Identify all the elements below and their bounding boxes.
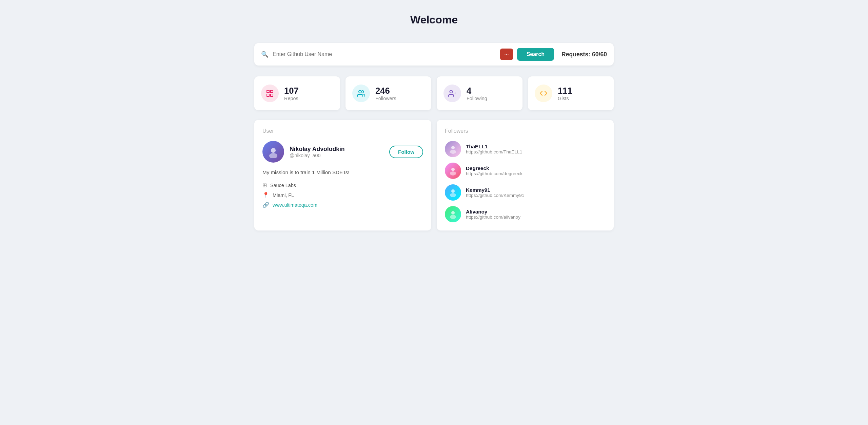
follower-avatar-3	[445, 206, 461, 222]
follower-url-3: https://github.com/alivanoy	[466, 215, 520, 220]
user-header: Nikolay Advolodkin @nikolay_a00 Follow	[262, 141, 423, 163]
gists-label: Gists	[558, 96, 572, 101]
stat-card-following: 4 Following	[437, 76, 522, 110]
following-count: 4	[467, 86, 487, 96]
svg-point-12	[451, 168, 455, 171]
company-icon: ⊞	[262, 182, 267, 188]
svg-rect-2	[271, 94, 273, 96]
stats-row: 107 Repos 246 Followers	[254, 76, 614, 110]
list-item: Alivanoy https://github.com/alivanoy	[445, 206, 606, 222]
svg-point-5	[450, 90, 453, 93]
link-icon: 🔗	[262, 202, 269, 208]
follower-name-2: Kemmy91	[466, 187, 524, 193]
follower-list: ThaELL1 https://github.com/ThaELL1 Degre…	[445, 141, 606, 222]
dots-button[interactable]: ···	[500, 49, 513, 60]
repos-icon	[261, 85, 279, 102]
svg-point-15	[450, 193, 456, 197]
follower-avatar-2	[445, 184, 461, 201]
following-icon	[443, 85, 461, 102]
user-company: ⊞ Sauce Labs	[262, 182, 423, 188]
user-website: 🔗 www.ultimateqa.com	[262, 202, 423, 208]
bottom-row: User Nikolay Advolodkin @nikolay_a00 Fol…	[254, 120, 614, 230]
svg-point-9	[269, 153, 277, 158]
follower-name-1: Degreeck	[466, 165, 522, 171]
followers-count: 246	[375, 86, 396, 96]
svg-rect-3	[267, 94, 269, 96]
follower-name-0: ThaELL1	[466, 144, 522, 149]
follow-button[interactable]: Follow	[389, 146, 423, 158]
list-item: Degreeck https://github.com/degreeck	[445, 163, 606, 179]
list-item: ThaELL1 https://github.com/ThaELL1	[445, 141, 606, 157]
stat-card-repos: 107 Repos	[254, 76, 340, 110]
location-text: Miami, FL	[273, 192, 294, 198]
search-bar: 🔍 ··· Search Requests: 60/60	[254, 43, 614, 66]
gists-count: 111	[558, 86, 572, 96]
follower-url-0: https://github.com/ThaELL1	[466, 149, 522, 154]
follower-avatar-0	[445, 141, 461, 157]
svg-point-8	[271, 148, 276, 153]
follower-name-3: Alivanoy	[466, 209, 520, 215]
followers-panel: Followers ThaELL1 https://github.com/Tha…	[437, 120, 614, 230]
user-info-left: Nikolay Advolodkin @nikolay_a00	[262, 141, 345, 163]
user-panel-title: User	[262, 128, 423, 134]
svg-point-14	[451, 189, 455, 193]
search-icon: 🔍	[261, 51, 269, 58]
requests-label: Requests: 60/60	[561, 51, 607, 58]
followers-label: Followers	[375, 96, 396, 101]
svg-point-4	[359, 90, 361, 93]
svg-point-10	[451, 146, 455, 149]
follower-url-2: https://github.com/Kemmy91	[466, 193, 524, 198]
svg-point-16	[451, 211, 455, 215]
follower-avatar-1	[445, 163, 461, 179]
following-label: Following	[467, 96, 487, 101]
search-button[interactable]: Search	[517, 48, 554, 61]
follower-url-1: https://github.com/degreeck	[466, 171, 522, 176]
svg-point-13	[450, 171, 456, 175]
svg-rect-0	[267, 90, 269, 93]
repos-label: Repos	[284, 96, 299, 101]
stat-card-followers: 246 Followers	[346, 76, 431, 110]
page-title: Welcome	[254, 14, 614, 26]
svg-rect-1	[271, 90, 273, 93]
svg-point-11	[450, 150, 456, 154]
location-icon: 📍	[262, 192, 269, 198]
user-details: ⊞ Sauce Labs 📍 Miami, FL 🔗 www.ultimateq…	[262, 182, 423, 208]
website-link[interactable]: www.ultimateqa.com	[273, 202, 317, 208]
avatar	[262, 141, 284, 163]
user-panel: User Nikolay Advolodkin @nikolay_a00 Fol…	[254, 120, 431, 230]
followers-icon	[352, 85, 370, 102]
user-handle: @nikolay_a00	[290, 153, 345, 158]
search-input[interactable]	[273, 51, 496, 57]
svg-point-17	[450, 215, 456, 219]
stat-card-gists: 111 Gists	[528, 76, 614, 110]
user-name: Nikolay Advolodkin	[290, 146, 345, 153]
list-item: Kemmy91 https://github.com/Kemmy91	[445, 184, 606, 201]
user-bio: My mission is to train 1 Million SDETs!	[262, 169, 423, 175]
gists-icon	[535, 85, 552, 102]
user-location: 📍 Miami, FL	[262, 192, 423, 198]
company-name: Sauce Labs	[270, 183, 296, 188]
repos-count: 107	[284, 86, 299, 96]
followers-panel-title: Followers	[445, 128, 606, 134]
